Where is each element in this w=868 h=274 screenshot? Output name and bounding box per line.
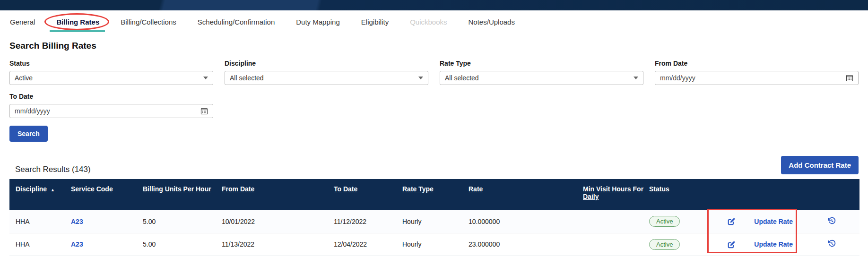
search-filters: Status Active Discipline All selected Ra… <box>9 60 859 118</box>
rate-type-multiselect[interactable]: All selected <box>440 71 643 85</box>
col-header-service-code[interactable]: Service Code <box>71 179 143 210</box>
tab-scheduling-confirmation[interactable]: Scheduling/Confirmation <box>198 18 275 26</box>
from-date-input-wrap <box>655 71 859 85</box>
cell-to-date: 11/12/2022 <box>334 210 402 233</box>
tab-bar: General Billing Rates Billing/Collection… <box>0 10 868 33</box>
page-title: Search Billing Rates <box>9 41 859 51</box>
cell-rate: 23.000000 <box>469 233 583 256</box>
tab-general[interactable]: General <box>10 18 35 26</box>
cell-to-date: 12/04/2022 <box>334 233 402 256</box>
discipline-field: Discipline All selected <box>225 60 428 85</box>
history-icon[interactable] <box>828 217 836 225</box>
from-date-input[interactable] <box>660 74 842 82</box>
table-header-row: Discipline ▲ Service Code Billing Units … <box>9 179 859 210</box>
results-title: Search Results (143) <box>15 165 91 174</box>
col-header-min-visit[interactable]: Min Visit Hours For Daily <box>583 179 649 210</box>
cell-discipline: HHA <box>9 210 71 233</box>
results-table-wrap: Discipline ▲ Service Code Billing Units … <box>9 179 859 256</box>
cell-billing-units: 5.00 <box>143 233 222 256</box>
rate-type-label: Rate Type <box>440 60 643 67</box>
status-badge: Active <box>649 216 680 227</box>
tab-duty-mapping[interactable]: Duty Mapping <box>296 18 340 26</box>
service-code-link[interactable]: A23 <box>71 240 83 248</box>
chevron-down-icon <box>203 77 208 79</box>
col-header-from-date[interactable]: From Date <box>222 179 334 210</box>
update-rate-link[interactable]: Update Rate <box>754 240 793 248</box>
cell-rate-type: Hourly <box>402 210 469 233</box>
cell-from-date: 11/13/2022 <box>222 233 334 256</box>
col-header-actions <box>709 179 808 210</box>
cell-rate: 10.000000 <box>469 210 583 233</box>
status-selected-value: Active <box>15 74 33 82</box>
col-header-history <box>808 179 859 210</box>
from-date-field: From Date <box>655 60 859 85</box>
col-header-discipline[interactable]: Discipline ▲ <box>9 179 71 210</box>
tab-billing-rates[interactable]: Billing Rates <box>56 18 99 26</box>
edit-icon[interactable] <box>728 217 736 225</box>
sort-asc-icon: ▲ <box>51 188 55 192</box>
active-tab-underline <box>50 30 105 32</box>
tab-eligibility[interactable]: Eligibility <box>361 18 389 26</box>
table-row: HHA A23 5.00 10/01/2022 11/12/2022 Hourl… <box>9 210 859 233</box>
to-date-input[interactable] <box>15 107 197 115</box>
cell-min-visit <box>583 233 649 256</box>
to-date-label: To Date <box>9 93 213 100</box>
status-label: Status <box>9 60 213 67</box>
table-row: HHA A23 5.00 11/13/2022 12/04/2022 Hourl… <box>9 233 859 256</box>
col-header-rate-type[interactable]: Rate Type <box>402 179 469 210</box>
to-date-field: To Date <box>9 93 213 118</box>
col-header-billing-units[interactable]: Billing Units Per Hour <box>143 179 222 210</box>
cell-rate-type: Hourly <box>402 233 469 256</box>
calendar-icon[interactable] <box>200 107 208 115</box>
discipline-label: Discipline <box>225 60 428 67</box>
from-date-label: From Date <box>655 60 859 67</box>
history-icon[interactable] <box>828 240 836 248</box>
chevron-down-icon <box>418 77 423 79</box>
cell-min-visit <box>583 210 649 233</box>
rate-type-selected-value: All selected <box>445 74 479 82</box>
discipline-multiselect[interactable]: All selected <box>225 71 428 85</box>
rate-type-field: Rate Type All selected <box>440 60 643 85</box>
service-code-link[interactable]: A23 <box>71 218 83 225</box>
col-header-status[interactable]: Status <box>649 179 709 210</box>
discipline-selected-value: All selected <box>230 74 264 82</box>
status-badge: Active <box>649 239 680 250</box>
add-contract-rate-button[interactable]: Add Contract Rate <box>781 156 859 174</box>
status-field: Status Active <box>9 60 213 85</box>
col-header-rate[interactable]: Rate <box>469 179 583 210</box>
status-select[interactable]: Active <box>9 71 213 85</box>
chevron-down-icon <box>634 77 638 79</box>
search-button[interactable]: Search <box>9 126 48 142</box>
cell-from-date: 10/01/2022 <box>222 210 334 233</box>
tab-notes-uploads[interactable]: Notes/Uploads <box>469 18 515 26</box>
cell-billing-units: 5.00 <box>143 210 222 233</box>
edit-icon[interactable] <box>728 240 736 248</box>
update-rate-link[interactable]: Update Rate <box>754 218 793 225</box>
col-header-discipline-label[interactable]: Discipline <box>16 185 47 193</box>
tab-billing-collections[interactable]: Billing/Collections <box>121 18 176 26</box>
tab-quickbooks: Quickbooks <box>410 18 447 26</box>
to-date-input-wrap <box>9 104 213 118</box>
results-table: Discipline ▲ Service Code Billing Units … <box>9 179 859 256</box>
top-navy-bar <box>0 0 868 10</box>
tab-billing-rates-label: Billing Rates <box>56 18 99 26</box>
col-header-to-date[interactable]: To Date <box>334 179 402 210</box>
calendar-icon[interactable] <box>846 74 853 82</box>
cell-discipline: HHA <box>9 233 71 256</box>
